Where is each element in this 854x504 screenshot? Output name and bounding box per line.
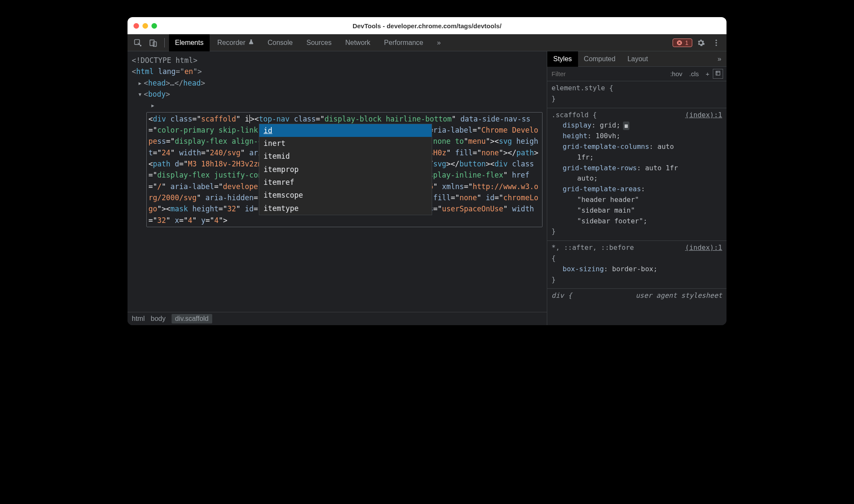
tab-layout[interactable]: Layout — [621, 51, 654, 67]
minimize-window-button[interactable] — [142, 23, 148, 29]
rule-scaffold[interactable]: .scaffold { (index):1 display: grid;▦ he… — [547, 108, 726, 241]
body-node[interactable]: ▾<body> — [138, 89, 543, 100]
editing-node[interactable]: <div class="scaffold" i><top-nav class="… — [146, 112, 543, 227]
main-split: <!DOCTYPE html> <html lang="en"> ▸<head>… — [128, 51, 726, 325]
tab-console[interactable]: Console — [262, 34, 299, 51]
inspect-icon[interactable] — [131, 36, 145, 50]
error-count-badge[interactable]: 1 — [673, 39, 692, 47]
tab-sources[interactable]: Sources — [300, 34, 338, 51]
device-toggle-icon[interactable] — [146, 36, 160, 50]
svg-rect-7 — [716, 71, 720, 75]
error-count: 1 — [685, 39, 688, 46]
breadcrumb-body[interactable]: body — [151, 315, 166, 323]
window-controls — [133, 23, 157, 29]
close-window-button[interactable] — [133, 23, 139, 29]
tab-recorder-label: Recorder — [217, 39, 246, 47]
svg-rect-1 — [150, 40, 154, 45]
rule-element-style[interactable]: element.style { } — [547, 81, 726, 108]
attribute-autocomplete: id inert itemid itemprop itemref itemsco… — [259, 124, 432, 215]
zoom-window-button[interactable] — [151, 23, 157, 29]
ac-item-itemscope[interactable]: itemscope — [259, 189, 432, 202]
styles-filter-row: :hov .cls + — [547, 67, 726, 81]
rendering-emulation-icon[interactable] — [713, 69, 723, 79]
doctype: <!DOCTYPE html> — [132, 56, 198, 65]
gear-icon[interactable] — [694, 36, 708, 50]
tab-overflow[interactable]: » — [431, 34, 447, 51]
ac-item-itemref[interactable]: itemref — [259, 176, 432, 189]
hov-toggle[interactable]: :hov — [667, 70, 685, 77]
styles-rules[interactable]: element.style { } .scaffold { (index):1 … — [547, 81, 726, 325]
tab-styles[interactable]: Styles — [547, 51, 578, 67]
ac-item-inert[interactable]: inert — [259, 137, 432, 150]
dom-tree[interactable]: <!DOCTYPE html> <html lang="en"> ▸<head>… — [128, 51, 547, 312]
svg-point-6 — [715, 44, 717, 46]
ac-item-itemtype[interactable]: itemtype — [259, 202, 432, 215]
flask-icon — [248, 39, 254, 47]
rule-star[interactable]: *, ::after, ::before (index):1 { box-siz… — [547, 241, 726, 289]
source-link[interactable]: (index):1 — [685, 243, 722, 253]
devtools-window: DevTools - developer.chrome.com/tags/dev… — [128, 17, 726, 325]
svg-point-4 — [715, 39, 717, 41]
titlebar: DevTools - developer.chrome.com/tags/dev… — [128, 17, 726, 34]
new-rule-button[interactable]: + — [702, 70, 713, 77]
tab-computed[interactable]: Computed — [578, 51, 622, 67]
svg-point-5 — [715, 42, 717, 43]
devtools-toolbar: Elements Recorder Console Sources Networ… — [128, 34, 726, 51]
sidebar-overflow[interactable]: » — [712, 55, 726, 63]
ac-item-itemprop[interactable]: itemprop — [259, 163, 432, 176]
tab-performance[interactable]: Performance — [378, 34, 430, 51]
sidebar-tabs: Styles Computed Layout » — [547, 51, 726, 67]
window-title: DevTools - developer.chrome.com/tags/dev… — [128, 22, 726, 30]
grid-badge-icon[interactable]: ▦ — [623, 122, 629, 130]
ac-item-id[interactable]: id — [259, 124, 432, 137]
source-link[interactable]: (index):1 — [685, 110, 722, 121]
elements-panel: <!DOCTYPE html> <html lang="en"> ▸<head>… — [128, 51, 547, 325]
ac-item-itemid[interactable]: itemid — [259, 150, 432, 163]
error-icon — [676, 40, 682, 46]
tab-recorder[interactable]: Recorder — [211, 34, 260, 51]
breadcrumb-div-scaffold[interactable]: div.scaffold — [172, 314, 212, 323]
styles-filter-input[interactable] — [547, 70, 667, 77]
tab-network[interactable]: Network — [339, 34, 377, 51]
breadcrumb-html[interactable]: html — [132, 315, 145, 323]
separator — [164, 38, 165, 47]
head-node[interactable]: ▸<head>…</head> — [138, 77, 543, 89]
cls-toggle[interactable]: .cls — [686, 70, 703, 77]
styles-sidebar: Styles Computed Layout » :hov .cls + ele… — [547, 51, 726, 325]
kebab-icon[interactable] — [709, 36, 723, 50]
rule-div-ua[interactable]: div { user agent stylesheet — [547, 289, 726, 305]
breadcrumb: html body div.scaffold — [128, 312, 547, 325]
tab-elements[interactable]: Elements — [169, 34, 210, 51]
